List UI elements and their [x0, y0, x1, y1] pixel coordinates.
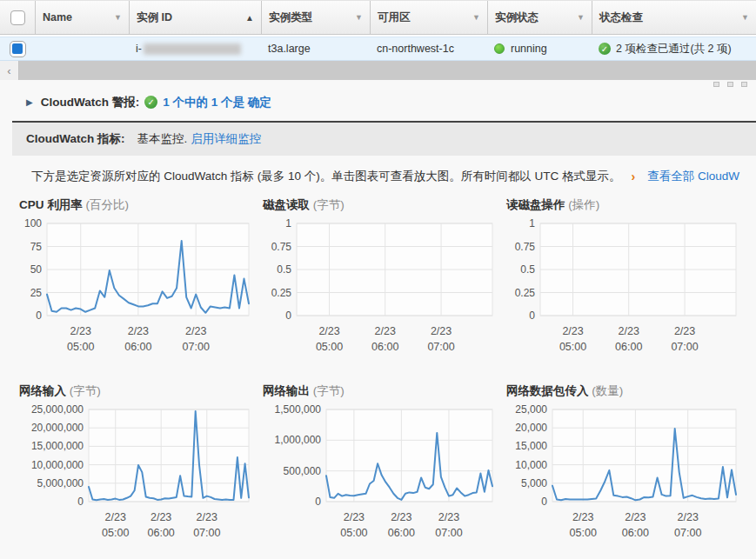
svg-text:0: 0	[285, 309, 291, 322]
svg-text:0.75: 0.75	[271, 241, 292, 253]
svg-text:05:00: 05:00	[316, 341, 343, 352]
svg-text:10,000: 10,000	[515, 459, 547, 471]
svg-text:25,000: 25,000	[515, 404, 547, 416]
row-select-cell[interactable]	[0, 37, 35, 60]
column-label: Name	[43, 11, 72, 23]
cell-instance-state: running	[487, 37, 592, 60]
column-header-instance-state[interactable]: 实例状态 ▼	[487, 1, 592, 34]
metrics-description-row: 下方是选定资源所对应的 CloudWatch 指标 (最多 10 个)。单击图表…	[0, 156, 756, 184]
chart-disk-read-bytes[interactable]: 磁盘读取 (字节) 10.750.50.2502/2305:002/2306:0…	[263, 197, 498, 356]
metrics-label: CloudWatch 指标:	[26, 131, 124, 147]
cloudwatch-alarms-row: ▶ CloudWatch 警报: ✓ 1 个中的 1 个是 确定	[0, 80, 756, 113]
svg-text:2/23: 2/23	[431, 325, 452, 337]
details-pane: ▶ CloudWatch 警报: ✓ 1 个中的 1 个是 确定 CloudWa…	[0, 80, 756, 559]
svg-text:5,000: 5,000	[521, 477, 547, 489]
instance-table-row[interactable]: i- t3a.large cn-northwest-1c running ✓ 2…	[0, 37, 756, 61]
svg-text:2/23: 2/23	[70, 325, 91, 337]
svg-text:2/23: 2/23	[619, 325, 639, 337]
svg-text:07:00: 07:00	[674, 527, 701, 538]
svg-text:07:00: 07:00	[671, 341, 698, 352]
svg-text:2/23: 2/23	[318, 325, 339, 337]
dot	[713, 82, 719, 87]
column-header-availability-zone[interactable]: 可用区 ▼	[370, 1, 487, 34]
svg-text:1,000,000: 1,000,000	[275, 434, 322, 446]
svg-text:100: 100	[24, 218, 42, 230]
horizontal-scrollbar[interactable]: ‹	[0, 61, 756, 80]
chart-title: 磁盘读取 (字节)	[263, 197, 498, 213]
svg-text:25: 25	[30, 287, 43, 299]
column-header-instance-type[interactable]: 实例类型 ▼	[261, 1, 370, 34]
svg-text:06:00: 06:00	[388, 527, 415, 538]
svg-text:2/23: 2/23	[674, 325, 695, 337]
scroll-left-button[interactable]: ‹	[0, 61, 19, 80]
svg-text:2/23: 2/23	[197, 511, 217, 523]
column-header-status-checks[interactable]: 状态检查 ▼	[592, 1, 756, 34]
cell-status-checks: ✓ 2 项检查已通过(共 2 项)	[592, 37, 756, 60]
chart-cpu-utilization[interactable]: CPU 利用率 (百分比) 10075502502/2305:002/2306:…	[19, 197, 254, 356]
svg-text:2/23: 2/23	[562, 325, 583, 337]
expander-caret-icon[interactable]: ▶	[26, 97, 33, 107]
filter-dropdown-icon[interactable]: ▼	[577, 13, 585, 22]
pane-resize-handle-icon[interactable]	[713, 82, 747, 87]
chart-title: 网络输出 (字节)	[263, 383, 498, 399]
svg-text:2/23: 2/23	[438, 511, 459, 523]
svg-text:06:00: 06:00	[371, 341, 398, 352]
chart-disk-read-ops[interactable]: 读磁盘操作 (操作) 10.750.50.2502/2305:002/2306:…	[506, 197, 741, 356]
select-all-checkbox[interactable]	[10, 10, 25, 25]
svg-text:0.5: 0.5	[520, 263, 535, 276]
cell-availability-zone: cn-northwest-1c	[370, 37, 487, 60]
svg-text:500,000: 500,000	[284, 465, 322, 477]
svg-text:07:00: 07:00	[193, 527, 220, 538]
column-label: 实例 ID	[137, 10, 172, 25]
svg-text:06:00: 06:00	[148, 527, 175, 538]
alarms-label: CloudWatch 警报:	[41, 95, 139, 110]
svg-text:0: 0	[529, 309, 535, 322]
dot	[741, 82, 747, 87]
chart-title: 读磁盘操作 (操作)	[506, 197, 741, 213]
svg-text:05:00: 05:00	[67, 341, 94, 352]
svg-text:2/23: 2/23	[105, 511, 126, 523]
row-checkbox-checked[interactable]	[10, 41, 26, 57]
view-all-metrics-link[interactable]: 查看全部 CloudW	[647, 169, 739, 184]
filter-dropdown-icon[interactable]: ▼	[114, 13, 122, 22]
instance-table-header: Name ▼ 实例 ID ▲ 实例类型 ▼ 可用区 ▼ 实例状态 ▼ 状态检查 …	[0, 0, 756, 35]
svg-text:0.25: 0.25	[515, 287, 536, 299]
svg-text:1: 1	[529, 218, 535, 230]
cloudwatch-metrics-header: CloudWatch 指标: 基本监控. 启用详细监控	[12, 123, 756, 156]
instance-state-text: running	[511, 43, 547, 55]
svg-text:06:00: 06:00	[622, 527, 649, 538]
filter-dropdown-icon[interactable]: ▼	[355, 13, 363, 22]
column-header-instance-id[interactable]: 实例 ID ▲	[129, 1, 261, 34]
svg-text:2/23: 2/23	[344, 511, 365, 523]
metrics-chart-grid: CPU 利用率 (百分比) 10075502502/2305:002/2306:…	[0, 197, 756, 542]
alarms-status-link[interactable]: ✓ 1 个中的 1 个是 确定	[144, 95, 271, 110]
filter-dropdown-icon[interactable]: ▼	[741, 13, 749, 22]
svg-text:0.5: 0.5	[277, 263, 291, 276]
column-label: 状态检查	[599, 10, 643, 25]
svg-text:75: 75	[30, 241, 43, 253]
svg-text:2/23: 2/23	[678, 511, 699, 523]
chart-network-out[interactable]: 网络输出 (字节) 1,500,0001,000,000500,00002/23…	[263, 383, 498, 542]
chart-plot: 25,000,00020,000,00015,000,00010,000,000…	[19, 404, 254, 538]
monitoring-mode-text: 基本监控.	[137, 131, 187, 147]
column-header-name[interactable]: Name ▼	[35, 1, 129, 34]
svg-text:06:00: 06:00	[124, 341, 151, 352]
svg-text:0.25: 0.25	[271, 287, 292, 299]
sort-asc-icon[interactable]: ▲	[245, 13, 254, 23]
svg-text:15,000: 15,000	[515, 440, 547, 452]
svg-text:2/23: 2/23	[625, 511, 646, 523]
chart-network-in[interactable]: 网络输入 (字节) 25,000,00020,000,00015,000,000…	[19, 383, 254, 542]
enable-detailed-monitoring-link[interactable]: 启用详细监控	[191, 131, 261, 147]
svg-text:2/23: 2/23	[391, 511, 411, 523]
select-all-cell[interactable]	[0, 1, 35, 34]
chart-title: 网络数据包传入 (数量)	[506, 383, 741, 399]
filter-dropdown-icon[interactable]: ▼	[472, 13, 480, 22]
chart-network-packets-in[interactable]: 网络数据包传入 (数量) 25,00020,00015,00010,0005,0…	[506, 383, 741, 542]
svg-text:20,000,000: 20,000,000	[31, 422, 84, 434]
svg-text:2/23: 2/23	[572, 511, 593, 523]
chart-title: CPU 利用率 (百分比)	[19, 197, 254, 213]
dot	[727, 82, 733, 87]
column-label: 实例状态	[495, 10, 539, 25]
svg-text:07:00: 07:00	[435, 527, 462, 538]
svg-text:0: 0	[77, 496, 84, 508]
